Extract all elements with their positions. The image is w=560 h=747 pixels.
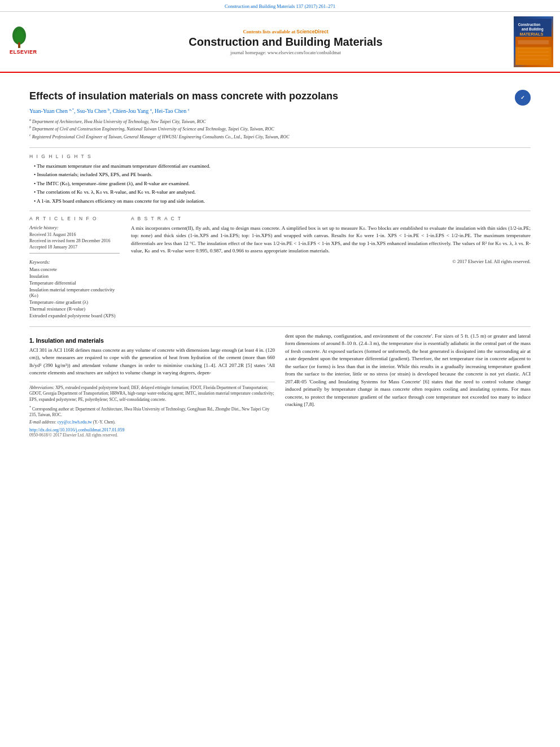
- svg-rect-2: [18, 42, 20, 48]
- svg-text:MATERIALS: MATERIALS: [519, 32, 543, 37]
- journal-cover-thumbnail: Construction and Building MATERIALS: [514, 16, 553, 67]
- highlights-list: The maximum temperature rise and maximum…: [29, 163, 531, 205]
- keyword-item: Insulation: [29, 273, 120, 279]
- journal-top-bar: Construction and Building Materials 137 …: [0, 0, 560, 12]
- email-link[interactable]: cyy@cc.hwh.edu.tw: [58, 420, 92, 425]
- highlights-label: H I G H L I G H T S: [29, 154, 531, 159]
- history-label: Article history:: [29, 225, 120, 230]
- section-1-right-text: dent upon the makeup, configuration, and…: [285, 333, 531, 409]
- keyword-item: Mass concrete: [29, 267, 120, 272]
- divider-3: [29, 326, 531, 327]
- section-1-title: 1. Insulation and materials: [29, 337, 275, 344]
- body-columns: 1. Insulation and materials ACI 301 in A…: [29, 333, 531, 438]
- abstract-text: A mix incorporates cement(II), fly ash, …: [131, 225, 531, 255]
- issn-text: 0950-0618/© 2017 Elsevier Ltd. All right…: [29, 433, 275, 438]
- divider-2: [29, 211, 531, 211]
- svg-text:and Building: and Building: [522, 27, 544, 32]
- affiliations-block: a Department of Architecture, Hwa Hsia U…: [29, 117, 531, 141]
- svg-point-1: [15, 30, 24, 43]
- divider-1: [29, 147, 531, 148]
- accepted-date: Accepted 18 January 2017: [29, 244, 120, 250]
- keyword-item: Insulation material temperature conducti…: [29, 287, 120, 298]
- article-info-label: A R T I C L E I N F O: [29, 216, 120, 221]
- highlight-item: A 1-in. XPS board enhances efficiency on…: [34, 198, 531, 205]
- journal-title-block: Contents lists available at ScienceDirec…: [63, 29, 508, 55]
- svg-text:ELSEVIER: ELSEVIER: [10, 49, 37, 55]
- content-area: ✓ Effects of insulation materials on mas…: [0, 73, 560, 445]
- abstract-col: A B S T R A C T A mix incorporates cemen…: [131, 216, 531, 320]
- authors-line: Yuan-Yuan Chen a,*, Ssu-Yu Chen b, Chien…: [29, 107, 531, 114]
- cover-svg: Construction and Building MATERIALS: [514, 19, 553, 65]
- body-right-col: dent upon the makeup, configuration, and…: [285, 333, 531, 438]
- highlight-item: Insulation materials; included XPS, EPS,…: [34, 171, 531, 178]
- abstract-label: A B S T R A C T: [131, 216, 531, 221]
- col-divider: [29, 253, 120, 254]
- affiliation-c: Registered Professional Civil Engineer o…: [32, 134, 290, 139]
- email-footnote: E-mail address: cyy@cc.hwh.edu.tw (Y.-Y.…: [29, 420, 275, 426]
- title-area: ✓ Effects of insulation materials on mas…: [29, 90, 531, 103]
- highlight-item: The IMTC (K₀), temperature–time gradient…: [34, 180, 531, 187]
- science-direct-brand: ScienceDirect: [296, 29, 328, 34]
- article-info-col: A R T I C L E I N F O Article history: R…: [29, 216, 120, 320]
- affiliation-b: Department of Civil and Construction Eng…: [32, 126, 274, 132]
- science-direct-line: Contents lists available at ScienceDirec…: [63, 29, 508, 34]
- info-abstract-columns: A R T I C L E I N F O Article history: R…: [29, 216, 531, 320]
- section-1-left-text: ACI 301 in ACI 116R defines mass concret…: [29, 347, 275, 377]
- keywords-label: Keywords:: [29, 259, 120, 265]
- keyword-item: Temperature differential: [29, 280, 120, 286]
- keyword-item: Thermal resistance (R-value): [29, 306, 120, 312]
- svg-text:Construction: Construction: [518, 23, 541, 27]
- received-date: Received 31 August 2016: [29, 232, 120, 237]
- elsevier-svg: ELSEVIER: [7, 24, 58, 58]
- footnotes-block: Abbreviations: XPS, extruded expanded po…: [29, 382, 275, 438]
- body-left-col: 1. Insulation and materials ACI 301 in A…: [29, 333, 275, 438]
- doi-link[interactable]: http://dx.doi.org/10.1016/j.conbuildmat.…: [29, 427, 275, 433]
- highlight-item: The correlations of K₀ vs. λ, K₀ vs. R-v…: [34, 189, 531, 196]
- svg-rect-11: [518, 40, 549, 44]
- journal-header: ELSEVIER Contents lists available at Sci…: [0, 12, 560, 73]
- crossmark-badge[interactable]: ✓: [515, 90, 531, 106]
- keywords-list: Mass concrete Insulation Temperature dif…: [29, 267, 120, 318]
- paper-title: Effects of insulation materials on mass …: [29, 90, 531, 103]
- copyright-text: © 2017 Elsevier Ltd. All rights reserved…: [131, 259, 531, 264]
- svg-rect-7: [515, 47, 552, 65]
- highlight-item: The maximum temperature rise and maximum…: [34, 163, 531, 170]
- keyword-item: Temperature–time gradient (λ): [29, 299, 120, 305]
- journal-homepage: journal homepage: www.elsevier.com/locat…: [63, 50, 508, 55]
- corresponding-author-footnote: * Corresponding author at: Department of…: [29, 405, 275, 418]
- contents-available-text: Contents lists available at: [243, 29, 295, 34]
- journal-reference: Construction and Building Materials 137 …: [225, 3, 335, 9]
- affiliation-a: Department of Architecture, Hwa Hsia Uni…: [32, 119, 206, 124]
- keyword-item: Extruded expanded polystyrene board (XPS…: [29, 313, 120, 318]
- page: Construction and Building Materials 137 …: [0, 0, 560, 747]
- abbreviations-footnote: Abbreviations: XPS, extruded expanded po…: [29, 385, 275, 403]
- elsevier-logo: ELSEVIER: [7, 24, 58, 59]
- journal-main-title: Construction and Building Materials: [63, 36, 508, 49]
- revised-date: Received in revised form 28 December 201…: [29, 238, 120, 243]
